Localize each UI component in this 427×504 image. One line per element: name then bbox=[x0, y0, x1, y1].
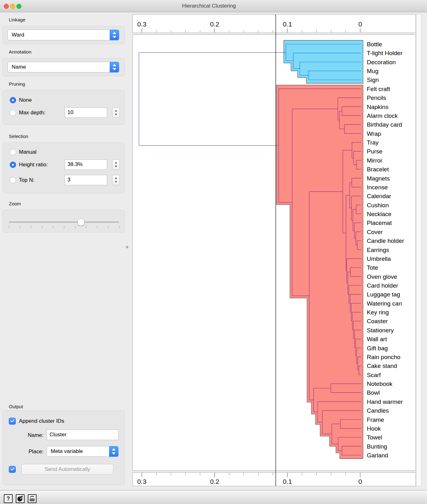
leaf-label[interactable]: Umbrella bbox=[367, 255, 391, 262]
dendrogram-plot: 0.30.30.20.20.10.100BottleT-light Holder… bbox=[0, 0, 427, 504]
leaf-label[interactable]: Luggage tag bbox=[367, 291, 400, 298]
leaf-label[interactable]: Felt craft bbox=[367, 86, 390, 92]
leaf-label[interactable]: Cushion bbox=[367, 202, 389, 209]
leaf-label[interactable]: Mirror bbox=[367, 157, 383, 164]
leaf-label[interactable]: T-light Holder bbox=[367, 50, 403, 56]
leaf-label[interactable]: Incense bbox=[367, 184, 388, 191]
leaf-label[interactable]: Hook bbox=[367, 425, 381, 432]
leaf-label[interactable]: Candle holder bbox=[367, 238, 404, 244]
leaf-label[interactable]: Scarf bbox=[367, 372, 381, 378]
leaf-label[interactable]: Card holder bbox=[367, 282, 398, 289]
leaf-label[interactable]: Gift bag bbox=[367, 345, 388, 352]
leaf-label[interactable]: Birthday card bbox=[367, 121, 402, 128]
bottom-axis-tick-label: 0.1 bbox=[283, 478, 292, 485]
leaf-label[interactable]: Mug bbox=[367, 68, 378, 74]
leaf-label[interactable]: Earrings bbox=[367, 247, 389, 253]
leaf-label[interactable]: Calendar bbox=[367, 193, 391, 199]
top-axis-tick-label: 0.1 bbox=[283, 20, 292, 28]
leaf-label[interactable]: Decoration bbox=[367, 59, 396, 66]
leaf-label[interactable]: Rain poncho bbox=[367, 354, 401, 360]
leaf-label[interactable]: Cake stand bbox=[367, 363, 397, 369]
leaf-label[interactable]: Cover bbox=[367, 229, 383, 235]
leaf-label[interactable]: Coaster bbox=[367, 318, 388, 324]
leaf-label[interactable]: Alarm clock bbox=[367, 112, 398, 119]
bottom-axis-tick-label: 0.2 bbox=[210, 478, 219, 485]
bottom-axis-tick-label: 0.3 bbox=[137, 478, 146, 485]
leaf-label[interactable]: Notebook bbox=[367, 381, 393, 387]
leaf-label[interactable]: Key ring bbox=[367, 309, 389, 316]
leaf-label[interactable]: Pencils bbox=[367, 94, 386, 101]
leaf-label[interactable]: Bowl bbox=[367, 389, 380, 396]
vertical-scrollbar-track[interactable] bbox=[416, 14, 421, 486]
leaf-label[interactable]: Wrap bbox=[367, 130, 381, 137]
leaf-label[interactable]: Purse bbox=[367, 148, 383, 155]
bottom-axis-tick-label: 0 bbox=[358, 478, 362, 485]
leaf-label[interactable]: Stationery bbox=[367, 327, 394, 334]
leaf-label[interactable]: Tray bbox=[367, 139, 379, 146]
leaf-label[interactable]: Hand warmer bbox=[367, 398, 403, 405]
leaf-label[interactable]: Bracelet bbox=[367, 166, 389, 173]
top-axis-tick-label: 0 bbox=[358, 20, 362, 28]
top-axis-box bbox=[133, 14, 416, 33]
top-axis-tick-label: 0.3 bbox=[137, 20, 146, 28]
leaf-label[interactable]: Garland bbox=[367, 452, 388, 459]
leaf-label[interactable]: Bottle bbox=[367, 41, 382, 48]
bottom-axis-box bbox=[133, 472, 416, 486]
leaf-label[interactable]: Towel bbox=[367, 434, 382, 441]
leaf-label[interactable]: Bunting bbox=[367, 443, 387, 450]
leaf-label[interactable]: Candles bbox=[367, 407, 389, 414]
leaf-label[interactable]: Necklace bbox=[367, 211, 391, 217]
leaf-label[interactable]: Magnets bbox=[367, 175, 390, 182]
leaf-label[interactable]: Tote bbox=[367, 264, 378, 271]
top-axis-tick-label: 0.2 bbox=[210, 20, 219, 28]
leaf-label[interactable]: Sign bbox=[367, 77, 379, 83]
leaf-label[interactable]: Placemat bbox=[367, 220, 392, 226]
leaf-label[interactable]: Oven glove bbox=[367, 273, 397, 280]
leaf-label[interactable]: Frame bbox=[367, 416, 384, 423]
leaf-label[interactable]: Wall art bbox=[367, 336, 387, 342]
leaf-label[interactable]: Watering can bbox=[367, 300, 402, 307]
leaf-label[interactable]: Napkins bbox=[367, 104, 389, 110]
